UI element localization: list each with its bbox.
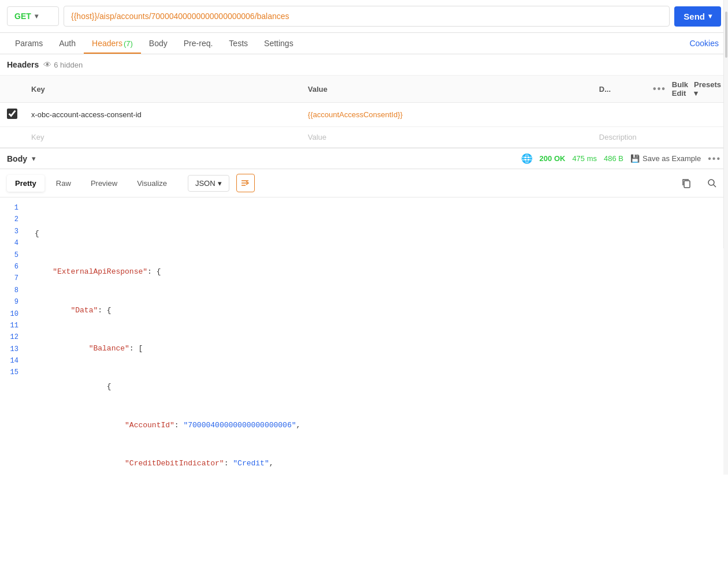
table-dots-btn[interactable]: •••: [653, 84, 666, 94]
col-checkbox: [0, 76, 24, 103]
empty-actions-cell: [646, 127, 728, 148]
search-button[interactable]: [703, 174, 721, 192]
headers-table-container: Key Value D... ••• Bulk Edit Presets ▾: [0, 76, 728, 148]
wrap-button[interactable]: [236, 174, 255, 192]
more-dots-btn[interactable]: •••: [708, 154, 721, 164]
table-row: x-obc-account-access-consent-id {{accoun…: [0, 103, 728, 127]
wrap-icon: [241, 179, 250, 187]
empty-value-placeholder: Value: [308, 133, 326, 141]
bulk-edit-btn[interactable]: Bulk Edit: [672, 80, 688, 98]
size-stat: 486 B: [604, 154, 623, 163]
send-button[interactable]: Send ▾: [674, 6, 721, 27]
format-chevron: ▾: [218, 179, 222, 188]
row-value-cell: {{accountAccessConsentId}}: [301, 103, 592, 127]
format-label: JSON: [195, 179, 216, 188]
col-key-header: Key: [24, 76, 301, 103]
copy-button[interactable]: [677, 174, 696, 192]
tab-params[interactable]: Params: [7, 33, 51, 54]
presets-btn[interactable]: Presets ▾: [694, 80, 721, 98]
empty-desc-placeholder: Description: [599, 133, 637, 141]
url-input[interactable]: [64, 6, 670, 27]
row-desc-cell: [592, 103, 646, 127]
tab-preview[interactable]: Preview: [83, 175, 125, 192]
view-tabs: Pretty Raw Preview Visualize JSON ▾: [0, 169, 728, 197]
empty-desc-cell[interactable]: Description: [592, 127, 646, 148]
format-select[interactable]: JSON ▾: [188, 175, 229, 192]
svg-rect-3: [684, 181, 690, 188]
row-value-text: {{accountAccessConsentId}}: [308, 110, 403, 119]
copy-icon: [681, 178, 692, 188]
response-stats: 🌐 200 OK 475 ms 486 B 💾 Save as Example …: [521, 153, 721, 164]
tab-pretty[interactable]: Pretty: [7, 175, 44, 192]
body-label: Body: [7, 154, 27, 163]
method-select[interactable]: GET ▾: [7, 6, 59, 26]
row-actions-cell: [646, 103, 728, 127]
page-scrollbar[interactable]: [723, 0, 728, 248]
send-label: Send: [684, 12, 705, 21]
col-desc-header: D...: [592, 76, 646, 103]
method-chevron: ▾: [35, 12, 38, 20]
table-empty-row: Key Value Description: [0, 127, 728, 148]
tab-body[interactable]: Body: [141, 33, 176, 54]
svg-line-5: [714, 185, 716, 187]
hidden-count: 6 hidden: [54, 61, 83, 69]
tab-headers[interactable]: Headers(7): [84, 33, 141, 54]
col-value-header: Value: [301, 76, 592, 103]
cookies-link[interactable]: Cookies: [687, 33, 721, 54]
row-key-cell: x-obc-account-access-consent-id: [24, 103, 301, 127]
method-label: GET: [14, 12, 31, 21]
tab-bar: Params Auth Headers(7) Body Pre-req. Tes…: [0, 33, 728, 54]
body-dropdown[interactable]: ▾: [32, 154, 36, 163]
tab-visualize[interactable]: Visualize: [129, 175, 175, 192]
svg-point-4: [708, 180, 714, 185]
tab-prereq[interactable]: Pre-req.: [176, 33, 221, 54]
code-view: 1 2 3 4 5 6 7 8 9 10 11 12 13 14 15 { "E…: [0, 197, 728, 475]
tab-tests[interactable]: Tests: [221, 33, 256, 54]
save-example-btn[interactable]: 💾 Save as Example: [630, 154, 701, 163]
headers-section-header: Headers 👁 6 hidden: [0, 54, 728, 76]
empty-value-cell[interactable]: Value: [301, 127, 592, 148]
row-key-text: x-obc-account-access-consent-id: [31, 110, 142, 119]
send-chevron: ▾: [708, 12, 712, 20]
empty-checkbox-cell: [0, 127, 24, 148]
code-content: { "ExternalApiResponse": { "Data": { "Ba…: [25, 202, 728, 470]
col-actions-header: ••• Bulk Edit Presets ▾: [646, 76, 728, 103]
search-icon: [707, 178, 717, 188]
eye-icon: 👁: [43, 60, 51, 69]
status-badge: 200 OK: [540, 154, 566, 163]
hidden-badge: 👁 6 hidden: [43, 60, 83, 69]
row-checkbox-cell[interactable]: [0, 103, 24, 127]
save-icon: 💾: [630, 154, 640, 163]
headers-label: Headers: [7, 60, 39, 69]
headers-table: Key Value D... ••• Bulk Edit Presets ▾: [0, 76, 728, 148]
tab-auth[interactable]: Auth: [51, 33, 84, 54]
globe-icon: 🌐: [521, 153, 533, 164]
response-bar: Body ▾ 🌐 200 OK 475 ms 486 B 💾 Save as E…: [0, 148, 728, 169]
time-stat: 475 ms: [572, 154, 597, 163]
empty-key-cell[interactable]: Key: [24, 127, 301, 148]
line-numbers: 1 2 3 4 5 6 7 8 9 10 11 12 13 14 15: [0, 202, 25, 470]
save-example-label: Save as Example: [642, 154, 701, 163]
empty-key-placeholder: Key: [31, 133, 44, 141]
tab-raw[interactable]: Raw: [48, 175, 79, 192]
tab-settings[interactable]: Settings: [256, 33, 302, 54]
row-checkbox[interactable]: [7, 109, 17, 119]
top-bar: GET ▾ Send ▾: [0, 0, 728, 33]
